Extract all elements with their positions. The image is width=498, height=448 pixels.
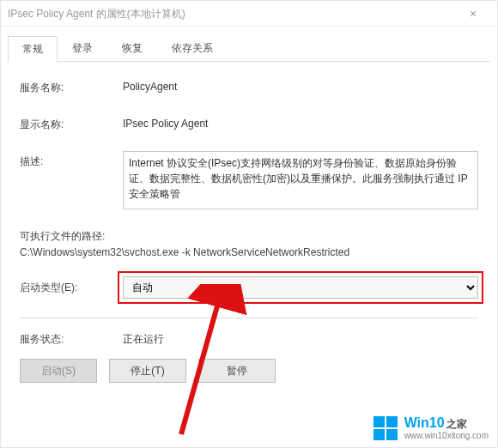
pause-button[interactable]: 暂停 [198, 359, 276, 383]
service-status-value: 正在运行 [123, 332, 478, 347]
description-textarea[interactable]: Internet 协议安全(IPsec)支持网络级别的对等身份验证、数据原始身份… [123, 151, 478, 209]
watermark-url: www.win10xitong.com [404, 431, 489, 440]
tab-strip: 常规 登录 恢复 依存关系 [8, 35, 490, 62]
service-status-label: 服务状态: [20, 332, 123, 347]
tab-recovery[interactable]: 恢复 [107, 35, 157, 61]
watermark: Win10 之家 www.win10xitong.com [374, 415, 489, 440]
close-icon[interactable]: × [456, 1, 490, 27]
tab-content-general: 服务名称: PolicyAgent 显示名称: IPsec Policy Age… [1, 62, 497, 383]
service-control-buttons: 启动(S) 停止(T) 暂停 [20, 359, 478, 383]
startup-type-select[interactable]: 自动 [123, 276, 478, 299]
service-name-label: 服务名称: [20, 77, 123, 95]
display-name-value: IPsec Policy Agent [123, 114, 478, 130]
exec-path-value: C:\Windows\system32\svchost.exe -k Netwo… [20, 245, 478, 261]
watermark-brand: Win10 [404, 415, 445, 431]
display-name-label: 显示名称: [20, 114, 123, 132]
exec-path-label: 可执行文件的路径: [20, 228, 478, 245]
tab-general[interactable]: 常规 [8, 36, 58, 62]
service-name-value: PolicyAgent [123, 77, 478, 93]
window-title: IPsec Policy Agent 的属性(本地计算机) [8, 1, 185, 27]
windows-logo-icon [374, 416, 398, 440]
start-button: 启动(S) [20, 359, 97, 383]
startup-type-highlight: 自动 [118, 271, 483, 304]
properties-dialog: IPsec Policy Agent 的属性(本地计算机) × 常规 登录 恢复… [0, 0, 498, 448]
watermark-brand-suffix: 之家 [446, 419, 467, 430]
tab-logon[interactable]: 登录 [58, 35, 107, 61]
divider [20, 318, 478, 318]
tab-dependencies[interactable]: 依存关系 [157, 35, 228, 61]
description-label: 描述: [20, 151, 123, 169]
stop-button[interactable]: 停止(T) [109, 359, 186, 383]
titlebar: IPsec Policy Agent 的属性(本地计算机) × [1, 1, 497, 27]
startup-type-label: 启动类型(E): [20, 281, 123, 295]
